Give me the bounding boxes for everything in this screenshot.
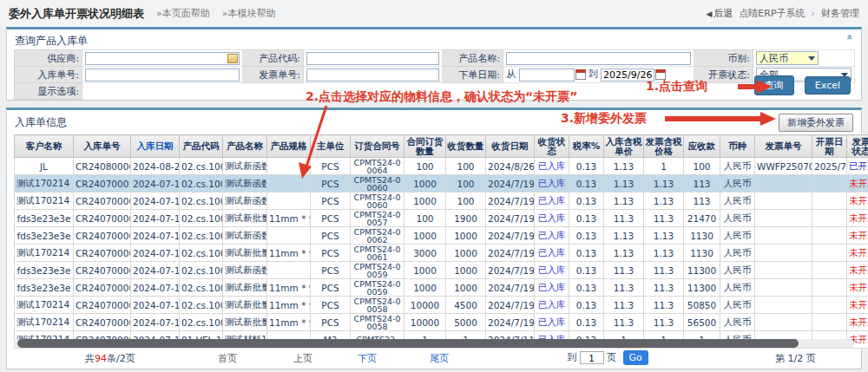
first-page-link[interactable]: 首页: [218, 352, 237, 365]
add-outsource-invoice-button[interactable]: 新增委外发票: [779, 114, 853, 132]
cell: PCS: [311, 314, 351, 331]
table-row[interactable]: fds3e23e3eCR2407000082024-07-1902.cs.100…: [15, 210, 868, 227]
table-row[interactable]: 测试170214 (XX)CR2407000072024-07-1902.cs.…: [15, 245, 868, 262]
product-code-input[interactable]: [306, 52, 439, 65]
cell: 2024/7/19: [486, 175, 535, 193]
next-page-link[interactable]: 下页: [358, 352, 377, 365]
column-header-4[interactable]: 产品名称: [223, 135, 267, 158]
table-row[interactable]: 测试170214 (XX)CR2407000052024-07-1902.cs.…: [15, 297, 868, 314]
cell: [267, 227, 311, 245]
cell: 11mm * 95m: [267, 210, 311, 227]
back-button[interactable]: ◀后退: [706, 7, 733, 20]
column-header-0[interactable]: 客户名称: [15, 135, 74, 158]
column-header-7[interactable]: 订货合同号: [351, 135, 404, 158]
annotation-step3: 3.新增委外发票: [561, 111, 647, 127]
table-row[interactable]: fds3e23e3eCR2407000062024-07-1902.cs.100…: [15, 262, 868, 279]
cell: 0.13: [569, 227, 604, 245]
cell: 0.13: [569, 210, 604, 227]
column-header-18[interactable]: 开票日期: [812, 135, 847, 158]
cell: 02.cs.100241: [180, 158, 223, 175]
cell: 2024/7/19 10: [486, 262, 535, 279]
column-header-6[interactable]: 主单位: [311, 135, 351, 158]
cell: 已入库: [535, 175, 569, 193]
column-header-2[interactable]: 入库日期: [131, 135, 180, 158]
invoice-no-input[interactable]: [306, 69, 439, 82]
cell: 11.3: [604, 297, 644, 314]
cell: WWFP250702001: [755, 158, 812, 175]
cell: [812, 314, 847, 331]
go-button[interactable]: Go: [623, 350, 648, 365]
table-row[interactable]: 测试170214 (XX)CR2407000042024-07-1902.cs.…: [15, 314, 868, 331]
cell: CPMTS24-00060: [351, 193, 404, 210]
cell: 02.cs.100241: [180, 262, 223, 279]
cell: 2024/8/26: [486, 158, 535, 175]
cell: 测试新批量领: [223, 279, 267, 297]
product-name-input[interactable]: [506, 52, 691, 65]
cell: 2024-07-19: [131, 227, 180, 245]
column-header-3[interactable]: 产品代码: [180, 135, 223, 158]
column-header-16[interactable]: 币种: [720, 135, 755, 158]
cell: 1000: [446, 262, 486, 279]
cell: PCS: [311, 297, 351, 314]
scrollbar-thumb[interactable]: [17, 339, 799, 348]
cell: 1000: [446, 227, 486, 245]
column-header-1[interactable]: 入库单号: [74, 135, 131, 158]
inbound-no-input[interactable]: [85, 69, 240, 82]
date-from-label: 从: [506, 69, 516, 80]
collapse-panel-icon[interactable]: «: [844, 34, 854, 40]
calendar-icon[interactable]: [575, 69, 586, 80]
chevron-down-icon: [808, 56, 815, 61]
page-unit-label: 页: [607, 352, 616, 363]
cell: 02.cs.100246: [180, 245, 223, 262]
currency-select[interactable]: 人民币: [756, 51, 819, 65]
column-header-10[interactable]: 收货日期: [486, 135, 535, 158]
table-row[interactable]: fds3e23e3eCR2407000072024-07-1902.cs.100…: [15, 227, 868, 245]
cell: 11.3: [604, 314, 644, 331]
table-row[interactable]: JLCR2408000012024-08-2602.cs.100241测试新函数…: [15, 158, 868, 175]
cell: [812, 297, 847, 314]
product-code-label: 产品代码:: [243, 50, 304, 67]
column-header-9[interactable]: 收货数量: [446, 135, 486, 158]
cell: CR240700007: [74, 227, 131, 245]
cell: CPMTS24-00058: [351, 297, 404, 314]
column-header-14[interactable]: 发票含税价格: [644, 135, 684, 158]
table-row[interactable]: fds3e23e3eCR2407000062024-07-1902.cs.100…: [15, 279, 868, 297]
prev-page-link[interactable]: 上页: [293, 352, 312, 365]
cell: 11mm * 95m: [267, 297, 311, 314]
order-date-label: 下单日期:: [443, 67, 503, 83]
cell: [755, 210, 812, 227]
cell: 5000: [446, 314, 486, 331]
search-button[interactable]: 查询: [754, 75, 794, 95]
column-header-5[interactable]: 产品规格: [267, 135, 311, 158]
cell: 11mm * 95m: [267, 314, 311, 331]
column-header-19[interactable]: 发票状态: [847, 135, 868, 158]
column-header-17[interactable]: 发票单号: [755, 135, 812, 158]
supplier-input[interactable]: [85, 52, 240, 65]
page-number-input[interactable]: [580, 351, 604, 364]
column-header-12[interactable]: 税率%: [569, 135, 604, 158]
column-header-8[interactable]: 合同订货数量: [404, 135, 446, 158]
last-page-link[interactable]: 尾页: [430, 352, 449, 365]
cell: CPMTS24-00057: [351, 210, 404, 227]
column-header-11[interactable]: 收货状态: [535, 135, 569, 158]
excel-export-button[interactable]: Excel: [805, 76, 851, 95]
table-row[interactable]: 测试170214 (XX)CR2407000092024-07-1902.cs.…: [15, 193, 868, 210]
date-from-input[interactable]: [519, 69, 575, 82]
cell: 11300: [684, 262, 720, 279]
cell: 测试170214 (XX): [15, 314, 74, 331]
supplier-label: 供应商:: [15, 50, 82, 67]
table-row[interactable]: 测试170214 (XX)CR2407000102024-07-1902.cs.…: [15, 175, 868, 193]
column-header-13[interactable]: 入库含税单价: [604, 135, 644, 158]
cell: 2024/7/19 10: [486, 314, 535, 331]
breadcrumb-system[interactable]: 点睛ERP子系统: [739, 7, 805, 20]
cell: 已入库: [535, 245, 569, 262]
breadcrumb-module[interactable]: 财务管理: [821, 7, 859, 20]
page-help-link[interactable]: »本页面帮助: [156, 7, 210, 20]
column-header-15[interactable]: 应收款: [684, 135, 720, 158]
cell: [755, 193, 812, 210]
module-help-link[interactable]: »本模块帮助: [222, 7, 276, 20]
cell: CPMTS24-00061: [351, 245, 404, 262]
grid-title: 入库单信息: [15, 115, 67, 130]
horizontal-scrollbar[interactable]: [14, 339, 854, 348]
supplier-lookup-icon[interactable]: [227, 54, 238, 63]
